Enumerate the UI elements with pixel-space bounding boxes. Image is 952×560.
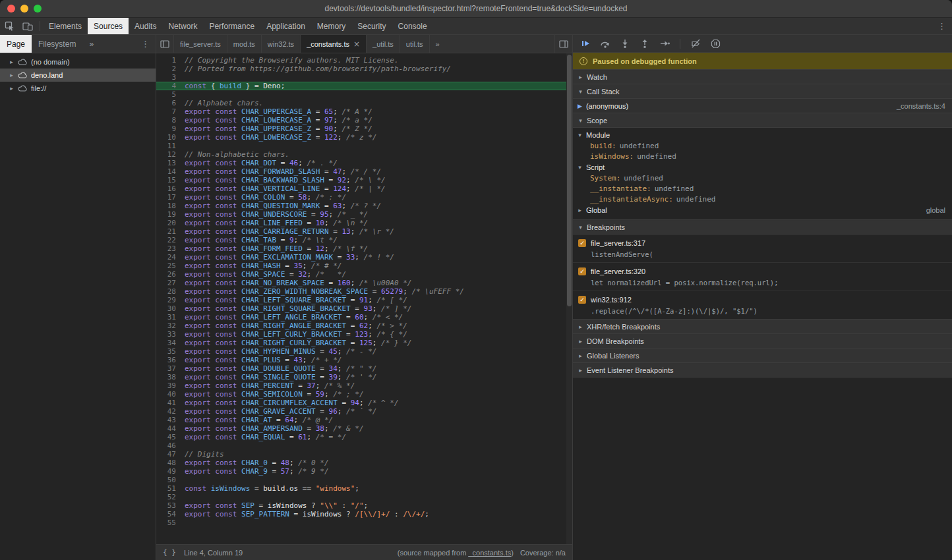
line-number-gutter[interactable]: 20: [156, 219, 176, 227]
line-number-gutter[interactable]: 33: [156, 330, 176, 339]
editor-scrollbar[interactable]: [566, 53, 572, 544]
more-tabs-chevron-icon[interactable]: »: [82, 35, 100, 53]
step-into-button[interactable]: [618, 37, 632, 50]
section-breakpoints[interactable]: ▾ Breakpoints: [573, 220, 952, 235]
line-number-gutter[interactable]: 39: [156, 381, 176, 390]
code-text[interactable]: // Copyright the Browserify authors. MIT…: [185, 56, 399, 65]
line-number-gutter[interactable]: 15: [156, 176, 176, 184]
minimize-window-button[interactable]: [20, 5, 28, 13]
code-viewport[interactable]: 1// Copyright the Browserify authors. MI…: [156, 53, 572, 544]
tab-filesystem[interactable]: Filesystem: [32, 35, 82, 53]
call-stack-frame[interactable]: ▶ (anonymous) _constants.ts:4: [573, 99, 952, 113]
code-text[interactable]: export const CHAR_UPPERCASE_Z = 90; /* Z…: [185, 125, 372, 133]
line-number-gutter[interactable]: 41: [156, 399, 176, 407]
code-text[interactable]: export const CHAR_UPPERCASE_A = 65; /* A…: [185, 107, 372, 116]
tab-page[interactable]: Page: [0, 35, 32, 53]
section-global-listeners[interactable]: ▸ Global Listeners: [573, 349, 952, 363]
line-number-gutter[interactable]: 48: [156, 459, 176, 467]
line-number-gutter[interactable]: 18: [156, 202, 176, 210]
pause-on-exceptions-button[interactable]: [708, 37, 723, 50]
close-window-button[interactable]: [7, 5, 15, 13]
scope-variable[interactable]: build: undefined: [573, 140, 952, 151]
breakpoint-entry[interactable]: ✓ win32.ts:912 .replace(/^\/*([A-Za-z]:)…: [573, 291, 952, 320]
line-number-gutter[interactable]: 9: [156, 125, 176, 133]
breakpoint-entry[interactable]: ✓ file_server.ts:317 listenAndServe(: [573, 235, 952, 263]
code-text[interactable]: export const CHAR_LOWERCASE_Z = 122; /* …: [185, 133, 376, 142]
editor-tab-util-underscore[interactable]: _util.ts: [367, 35, 400, 53]
code-text[interactable]: export const SEP = isWindows ? "\\" : "/…: [185, 501, 368, 510]
line-number-gutter[interactable]: 34: [156, 339, 176, 347]
chevron-right-icon[interactable]: ▸: [9, 85, 15, 92]
chevron-right-icon[interactable]: ▸: [9, 72, 15, 78]
section-call-stack[interactable]: ▾ Call Stack: [573, 84, 952, 99]
code-text[interactable]: export const CHAR_GRAVE_ACCENT = 96; /* …: [185, 407, 376, 416]
breakpoint-checkbox[interactable]: ✓: [578, 296, 586, 304]
breakpoint-checkbox[interactable]: ✓: [578, 267, 586, 275]
line-number-gutter[interactable]: 52: [156, 493, 176, 501]
code-text[interactable]: export const CHAR_HASH = 35; /* # */: [185, 262, 342, 270]
step-over-button[interactable]: [598, 37, 612, 50]
code-text[interactable]: export const CHAR_RIGHT_ANGLE_BRACKET = …: [185, 322, 407, 330]
code-text[interactable]: const isWindows = build.os == "windows";: [185, 484, 359, 493]
code-text[interactable]: export const CHAR_PLUS = 43; /* + */: [185, 356, 342, 364]
code-text[interactable]: export const CHAR_VERTICAL_LINE = 124; /…: [185, 184, 386, 193]
tab-application[interactable]: Application: [260, 18, 311, 34]
line-number-gutter[interactable]: 7: [156, 107, 176, 116]
code-text[interactable]: // Digits: [185, 450, 224, 459]
line-number-gutter[interactable]: 53: [156, 501, 176, 510]
tree-item-no-domain[interactable]: ▸ (no domain): [0, 55, 156, 69]
tab-console[interactable]: Console: [392, 18, 433, 34]
breakpoint-entry[interactable]: ✓ file_server.ts:320 let normalizedUrl =…: [573, 263, 952, 291]
line-number-gutter[interactable]: 29: [156, 296, 176, 304]
line-number-gutter[interactable]: 40: [156, 390, 176, 399]
resume-script-button[interactable]: [578, 37, 593, 50]
scope-module[interactable]: ▾ Module: [573, 129, 952, 140]
close-tab-icon[interactable]: ×: [353, 40, 360, 48]
code-text[interactable]: export const CHAR_BACKWARD_SLASH = 92; /…: [185, 176, 386, 184]
line-number-gutter[interactable]: 54: [156, 510, 176, 518]
section-scope[interactable]: ▾ Scope: [573, 113, 952, 128]
step-button[interactable]: [657, 37, 672, 50]
line-number-gutter[interactable]: 31: [156, 313, 176, 322]
line-number-gutter[interactable]: 1: [156, 56, 176, 65]
more-editor-tabs-chevron-icon[interactable]: »: [430, 35, 446, 53]
code-text[interactable]: export const CHAR_CIRCUMFLEX_ACCENT = 94…: [185, 399, 399, 407]
line-number-gutter[interactable]: 13: [156, 159, 176, 167]
tab-network[interactable]: Network: [162, 18, 203, 34]
scope-variable[interactable]: __instantiate: undefined: [573, 183, 952, 194]
line-number-gutter[interactable]: 46: [156, 441, 176, 450]
line-number-gutter[interactable]: 25: [156, 262, 176, 270]
code-text[interactable]: export const CHAR_DOT = 46; /* . */: [185, 159, 338, 167]
code-text[interactable]: export const CHAR_0 = 48; /* 0 */: [185, 459, 329, 467]
line-number-gutter[interactable]: 44: [156, 424, 176, 433]
tree-item-file[interactable]: ▸ file://: [0, 82, 156, 95]
code-text[interactable]: export const CHAR_COLON = 58; /* : */: [185, 193, 346, 202]
code-text[interactable]: export const CHAR_SPACE = 32; /* */: [185, 270, 346, 279]
toggle-debugger-sidebar-icon[interactable]: [554, 35, 572, 53]
scope-variable[interactable]: isWindows: undefined: [573, 151, 952, 161]
line-number-gutter[interactable]: 38: [156, 373, 176, 381]
code-text[interactable]: export const CHAR_SEMICOLON = 59; /* ; *…: [185, 390, 364, 399]
line-number-gutter[interactable]: 10: [156, 133, 176, 142]
line-number-gutter[interactable]: 6: [156, 99, 176, 107]
line-number-gutter[interactable]: 3: [156, 73, 176, 82]
tree-item-deno-land[interactable]: ▸ deno.land: [0, 69, 156, 82]
line-number-gutter[interactable]: 17: [156, 193, 176, 202]
code-text[interactable]: export const SEP_PATTERN = isWindows ? /…: [185, 510, 429, 518]
deactivate-breakpoints-button[interactable]: [688, 37, 703, 50]
inspect-element-icon[interactable]: [0, 18, 18, 34]
line-number-gutter[interactable]: 24: [156, 253, 176, 262]
code-text[interactable]: export const CHAR_NO_BREAK_SPACE = 160; …: [185, 279, 411, 287]
editor-tab-win32[interactable]: win32.ts: [262, 35, 301, 53]
device-toolbar-icon[interactable]: [18, 18, 37, 34]
line-number-gutter[interactable]: 51: [156, 484, 176, 493]
navigator-menu-kebab-icon[interactable]: ⋮: [135, 35, 156, 53]
line-number-gutter[interactable]: 47: [156, 450, 176, 459]
main-menu-kebab-icon[interactable]: ⋮: [932, 18, 952, 34]
code-text[interactable]: const { build } = Deno;: [185, 82, 285, 90]
code-text[interactable]: export const CHAR_LEFT_CURLY_BRACKET = 1…: [185, 330, 407, 339]
editor-tab-constants[interactable]: _constants.ts ×: [301, 35, 367, 53]
code-text[interactable]: export const CHAR_DOUBLE_QUOTE = 34; /* …: [185, 364, 376, 373]
code-text[interactable]: export const CHAR_CARRIAGE_RETURN = 13; …: [185, 227, 394, 236]
zoom-window-button[interactable]: [34, 5, 42, 13]
